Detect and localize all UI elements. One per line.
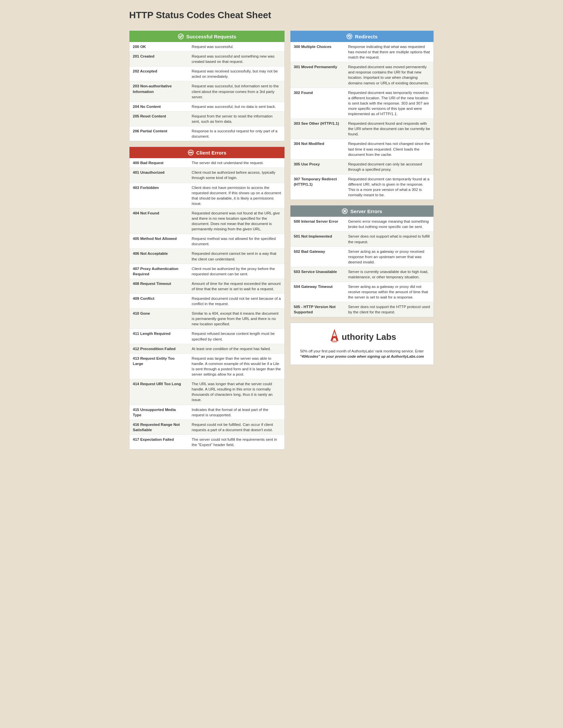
table-row: 410 GoneSimilar to a 404, except that it…: [129, 309, 285, 329]
status-description: Generic error message meaning that somet…: [345, 217, 434, 232]
status-description: Similar to a 404, except that it means t…: [188, 309, 285, 329]
page-title: HTTP Status Codes Cheat Sheet: [129, 7, 434, 24]
table-row: 406 Not AcceptableRequested document can…: [129, 249, 285, 264]
status-code: 414 Request URI Too Long: [129, 379, 188, 405]
status-description: Server does not support the HTTP protoco…: [345, 302, 434, 317]
status-description: The URL was longer than what the server …: [188, 379, 285, 405]
status-description: Requested document can only be accessed …: [345, 159, 434, 174]
svg-point-7: [331, 341, 338, 342]
status-description: Requested document found and responds wi…: [345, 119, 434, 139]
status-code: 403 Forbidden: [129, 183, 188, 208]
table-row: 414 Request URI Too LongThe URL was long…: [129, 379, 285, 405]
table-row: 200 OKRequest was successful.: [129, 42, 285, 52]
minus-circle-icon: [188, 150, 194, 156]
status-description: Client must be authorized by the proxy b…: [188, 264, 285, 279]
status-code: 305 Use Proxy: [291, 159, 345, 174]
status-description: Requested document could not be sent bec…: [188, 294, 285, 309]
x-circle-icon: [342, 208, 348, 214]
promo-text: 50% off your first paid month of Authori…: [296, 348, 428, 359]
successful-label: Successful Requests: [186, 34, 236, 39]
status-description: Server acting as a gateway or proxy rece…: [345, 247, 434, 267]
status-code: 413 Request Entity Too Large: [129, 353, 188, 379]
status-description: Request from the server to reset the inf…: [188, 111, 285, 126]
table-row: 403 ForbiddenClient does not have permis…: [129, 183, 285, 208]
status-description: Request was successful, but information …: [188, 81, 285, 102]
status-code: 501 Not Implemented: [291, 232, 345, 247]
status-code: 302 Found: [291, 88, 345, 118]
status-code: 410 Gone: [129, 309, 188, 329]
status-code: 206 Partial Content: [129, 126, 188, 141]
refresh-circle-icon: [347, 33, 352, 39]
table-row: 404 Not FoundRequested document was not …: [129, 208, 285, 234]
table-row: 409 ConflictRequested document could not…: [129, 294, 285, 309]
successful-header: Successful Requests: [129, 31, 285, 42]
checkmark-circle-icon: [178, 33, 184, 39]
status-description: Server acting as a gateway or proxy did …: [345, 282, 434, 302]
status-code: 409 Conflict: [129, 294, 188, 309]
status-description: Requested document was not found at the …: [188, 208, 285, 234]
status-code: 408 Request Timeout: [129, 279, 188, 294]
server-errors-section: Server Errors 500 Internal Server ErrorG…: [290, 205, 434, 317]
status-code: 411 Length Required: [129, 329, 188, 344]
status-description: Request method was not allowed for the s…: [188, 234, 285, 249]
redirects-label: Redirects: [355, 34, 378, 39]
table-row: 407 Proxy Authentication RequiredClient …: [129, 264, 285, 279]
status-code: 504 Gateway Timeout: [291, 282, 345, 302]
status-code: 417 Expectation Failed: [129, 434, 188, 449]
server-errors-header: Server Errors: [291, 205, 434, 217]
status-description: The server did not understand the reques…: [188, 158, 285, 168]
table-row: 300 Multiple ChoicesResponse indicating …: [291, 42, 434, 62]
client-errors-section: Client Errors 400 Bad RequestThe server …: [129, 147, 285, 450]
status-code: 400 Bad Request: [129, 158, 188, 168]
status-code: 505 - HTTP Version Not Supported: [291, 302, 345, 317]
table-row: 305 Use ProxyRequested document can only…: [291, 159, 434, 174]
status-code: 307 Temporary Redirect (HTTP/1.1): [291, 174, 345, 200]
status-code: 202 Accepted: [129, 67, 188, 81]
logo-a-letter: [328, 328, 341, 346]
svg-point-0: [178, 34, 183, 39]
table-row: 405 Method Not AllowedRequest method was…: [129, 234, 285, 249]
status-code: 205 Reset Content: [129, 111, 188, 126]
redirects-header: Redirects: [291, 31, 434, 42]
status-description: Requested document was temporarily moved…: [345, 88, 434, 118]
client-errors-table: 400 Bad RequestThe server did not unders…: [129, 158, 285, 449]
status-description: Request was larger than the server was a…: [188, 353, 285, 379]
table-row: 203 Non-authoritative InformationRequest…: [129, 81, 285, 102]
footer-section: uthority Labs 50% off your first paid mo…: [290, 323, 434, 365]
status-description: Response to a successful request for onl…: [188, 126, 285, 141]
logo-area: uthority Labs: [296, 328, 428, 346]
status-code: 401 Unauthorized: [129, 168, 188, 183]
status-description: The server could not fulfill the require…: [188, 434, 285, 449]
server-errors-table: 500 Internal Server ErrorGeneric error m…: [291, 217, 434, 317]
table-row: 201 CreatedRequest was successful and so…: [129, 52, 285, 67]
status-code: 300 Multiple Choices: [291, 42, 345, 62]
status-description: Request was successful and something new…: [188, 52, 285, 67]
table-row: 416 Requested Range Not SatisfiableReque…: [129, 420, 285, 434]
table-row: 502 Bad GatewayServer acting as a gatewa…: [291, 247, 434, 267]
svg-point-3: [347, 34, 352, 39]
status-code: 304 Not Modified: [291, 139, 345, 159]
logo-text: uthority Labs: [342, 332, 397, 342]
table-row: 303 See Other (HTTP/1.1)Requested docume…: [291, 119, 434, 139]
redirects-table: 300 Multiple ChoicesResponse indicating …: [291, 42, 434, 200]
table-row: 401 UnauthorizedClient must be authorize…: [129, 168, 285, 183]
table-row: 302 FoundRequested document was temporar…: [291, 88, 434, 118]
status-code: 500 Internal Server Error: [291, 217, 345, 232]
status-description: Requested document can temporarily found…: [345, 174, 434, 200]
table-row: 304 Not ModifiedRequested document has n…: [291, 139, 434, 159]
table-row: 400 Bad RequestThe server did not unders…: [129, 158, 285, 168]
successful-section: Successful Requests 200 OKRequest was su…: [129, 30, 285, 141]
table-row: 501 Not ImplementedServer does not suppo…: [291, 232, 434, 247]
table-row: 413 Request Entity Too LargeRequest was …: [129, 353, 285, 379]
table-row: 411 Length RequiredRequest refused becau…: [129, 329, 285, 344]
successful-table: 200 OKRequest was successful.201 Created…: [129, 42, 285, 141]
status-code: 407 Proxy Authentication Required: [129, 264, 188, 279]
client-errors-label: Client Errors: [196, 150, 226, 156]
status-description: At least one condition of the request ha…: [188, 344, 285, 353]
table-row: 206 Partial ContentResponse to a success…: [129, 126, 285, 141]
status-description: Client must be authorized before access,…: [188, 168, 285, 183]
right-column: Redirects 300 Multiple ChoicesResponse i…: [290, 30, 434, 365]
status-code: 412 Precondition Failed: [129, 344, 188, 353]
table-row: 408 Request TimeoutAmount of time for th…: [129, 279, 285, 294]
table-row: 204 No ContentRequest was successful, bu…: [129, 102, 285, 111]
